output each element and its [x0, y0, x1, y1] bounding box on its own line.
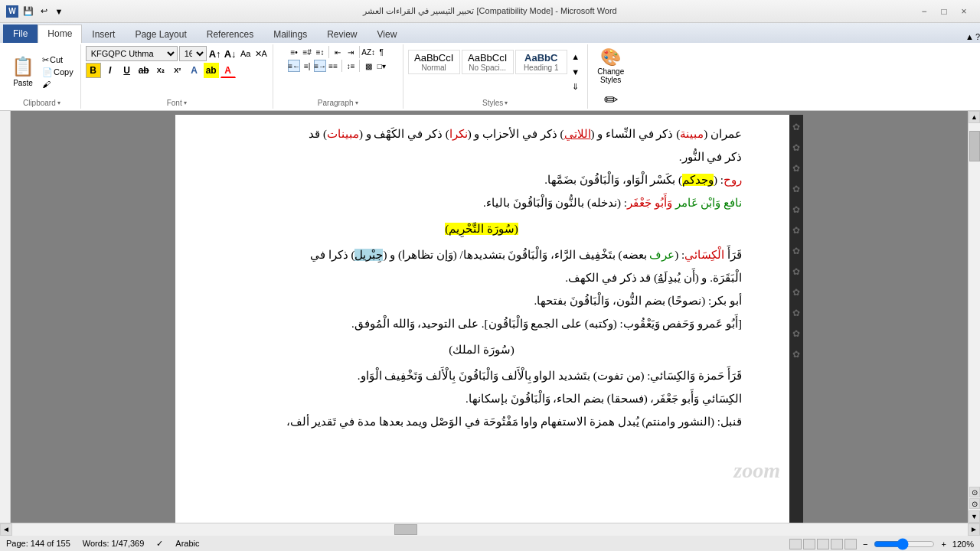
text-highlight-button[interactable]: ab	[204, 63, 219, 78]
font-name-row: KFGQPC Uthma 16 A↑ A↓ Aa ✕A	[86, 46, 268, 61]
outline-button[interactable]	[831, 539, 843, 549]
help-button[interactable]: ?	[975, 32, 980, 41]
ribbon: File Home Insert Page Layout References …	[0, 23, 980, 111]
text-effects-button[interactable]: A	[187, 63, 202, 78]
document-area: عمران (مبينة) ذكر في النِّساء و (اللاتي)…	[0, 111, 980, 523]
font-name-select[interactable]: KFGQPC Uthma	[86, 46, 178, 61]
scroll-thumb[interactable]	[969, 131, 980, 161]
italic-button[interactable]: I	[103, 63, 118, 78]
bullets-button[interactable]: ≡•	[288, 46, 300, 58]
multilevel-button[interactable]: ≡↕	[314, 46, 326, 58]
undo-button[interactable]: ↩	[37, 5, 51, 18]
web-layout-button[interactable]	[817, 539, 829, 549]
text-line-6: قَرَأَ الْكِسَائي: (عرف بعضه) بتَخْفِيف …	[221, 243, 742, 266]
change-styles-button[interactable]: 🎨 ChangeStyles	[594, 46, 627, 86]
minimize-button[interactable]: −	[914, 4, 934, 19]
underline-button[interactable]: U	[119, 63, 135, 78]
save-button[interactable]: 💾	[21, 5, 35, 18]
sort-button[interactable]: AZ↕	[362, 46, 374, 58]
styles-group-content: AaBbCcI Normal AaBbCcI No Spaci... AaBbC…	[408, 46, 583, 97]
align-left-button[interactable]: ≡←	[288, 60, 300, 72]
shading-button[interactable]: ▩	[362, 60, 374, 72]
copy-button[interactable]: 📄 Copy	[40, 67, 76, 78]
font-group-label[interactable]: Font ▾	[167, 99, 187, 107]
line-spacing-button[interactable]: ↕≡	[345, 60, 357, 72]
text-arafa: عرف	[649, 249, 675, 261]
text-nafi: نافع وَابْن عَامر وَأَبُو جَعْفَر	[627, 197, 742, 209]
maximize-button[interactable]: □	[934, 4, 954, 19]
page-scroll-area[interactable]: عمران (مبينة) ذكر في النِّساء و (اللاتي)…	[11, 111, 968, 523]
cut-button[interactable]: ✂ Cut	[40, 54, 76, 66]
strikethrough-button[interactable]: ab	[136, 63, 152, 78]
numbering-button[interactable]: ≡#	[301, 46, 313, 58]
styles-more-button[interactable]: ⇓	[569, 80, 583, 94]
font-group: KFGQPC Uthma 16 A↑ A↓ Aa ✕A B I U ab X₂	[81, 44, 273, 109]
text-line-9: [أَبُو عَمرو وَحَفص وَيَعْقُوب: (وكتبه) …	[221, 312, 742, 335]
zoom-slider[interactable]	[874, 538, 935, 550]
borders-button[interactable]: □▾	[375, 60, 387, 72]
tab-mailings[interactable]: Mailings	[263, 25, 317, 43]
scroll-prev-page-button[interactable]: ⊙	[969, 487, 980, 497]
justify-button[interactable]: ≡≡	[327, 60, 339, 72]
separator-1	[328, 46, 329, 58]
increase-indent-button[interactable]: ⇥	[345, 46, 357, 58]
highlight-allati: اللاتي	[564, 128, 591, 140]
tab-references[interactable]: References	[197, 25, 263, 43]
scroll-down-button[interactable]: ▼	[969, 510, 980, 523]
clipboard-label[interactable]: Clipboard ▾	[23, 99, 60, 107]
ornament-11: ✿	[792, 324, 800, 343]
print-layout-button[interactable]	[789, 539, 802, 549]
page-info: Page: 144 of 155	[6, 539, 70, 549]
decrease-font-button[interactable]: A↓	[224, 47, 237, 60]
separator-3	[341, 60, 342, 72]
scroll-left-button[interactable]: ◄	[0, 523, 12, 536]
styles-scroll-up-button[interactable]: ▲	[569, 50, 583, 64]
subscript-button[interactable]: X₂	[153, 63, 168, 78]
ornament-12: ✿	[792, 345, 800, 364]
decrease-indent-button[interactable]: ⇤	[332, 46, 344, 58]
clear-formatting-button[interactable]: ✕A	[254, 47, 268, 60]
tab-view[interactable]: View	[368, 25, 407, 43]
tab-page-layout[interactable]: Page Layout	[125, 25, 196, 43]
scroll-next-page-button[interactable]: ⊙	[969, 498, 980, 509]
clipboard-group-content: 📋 Paste ✂ Cut 📄 Copy 🖌	[8, 46, 76, 97]
style-no-spacing[interactable]: AaBbCcI No Spaci...	[462, 50, 514, 74]
zoom-minus-button[interactable]: −	[863, 540, 867, 549]
bold-button[interactable]: B	[86, 63, 101, 78]
tab-home[interactable]: Home	[38, 24, 82, 43]
scroll-up-button[interactable]: ▲	[969, 111, 980, 123]
format-painter-button[interactable]: 🖌	[40, 79, 76, 90]
full-screen-button[interactable]	[803, 539, 815, 549]
close-button[interactable]: ×	[954, 4, 974, 19]
superscript-button[interactable]: X²	[170, 63, 185, 78]
styles-scroll-down-button[interactable]: ▼	[569, 65, 583, 79]
left-margin	[0, 111, 11, 523]
styles-group-label[interactable]: Styles ▾	[482, 99, 508, 107]
ribbon-collapse-button[interactable]: ▲	[965, 32, 974, 41]
tab-file[interactable]: File	[3, 24, 38, 43]
paragraph-group-label[interactable]: Paragraph ▾	[318, 99, 358, 107]
copy-icon: 📄	[42, 67, 53, 77]
zoom-plus-button[interactable]: +	[941, 540, 946, 549]
scroll-right-button[interactable]: ►	[968, 523, 980, 536]
change-styles-icon: 🎨	[600, 47, 621, 67]
align-right-button[interactable]: ≡→	[314, 60, 326, 72]
font-size-select[interactable]: 16	[179, 46, 207, 61]
h-scroll-thumb[interactable]	[394, 524, 417, 535]
draft-button[interactable]	[844, 539, 857, 549]
align-center-button[interactable]: ≡|	[301, 60, 313, 72]
highlight-wajadkum: وجدكم	[682, 174, 714, 186]
style-heading1[interactable]: AaBbC Heading 1	[515, 50, 567, 74]
ribbon-content: 📋 Paste ✂ Cut 📄 Copy 🖌 Clipboard ▾ KF	[0, 43, 980, 110]
increase-font-button[interactable]: A↑	[208, 47, 222, 60]
paste-button[interactable]: 📋 Paste	[8, 54, 38, 89]
show-hide-button[interactable]: ¶	[375, 46, 387, 58]
style-normal[interactable]: AaBbCcI Normal	[408, 50, 460, 74]
font-color-button[interactable]: A	[220, 63, 236, 78]
zoom-percentage[interactable]: 120%	[952, 540, 974, 549]
tab-insert[interactable]: Insert	[82, 25, 125, 43]
tab-review[interactable]: Review	[317, 25, 367, 43]
qat-dropdown-button[interactable]: ▼	[52, 5, 66, 18]
vertical-scrollbar: ▲ ⊙ ⊙ ▼	[968, 111, 980, 523]
change-case-button[interactable]: Aa	[239, 47, 253, 60]
